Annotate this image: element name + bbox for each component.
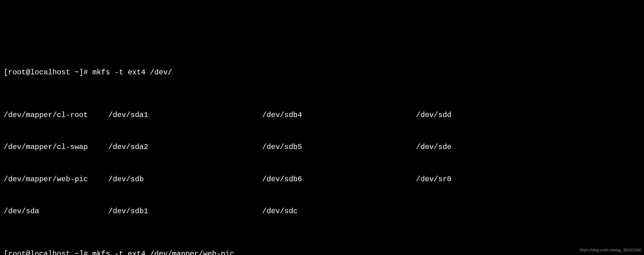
device-entry: /dev/sda1 <box>108 110 262 121</box>
device-entry: /dev/sdc <box>262 206 416 217</box>
device-row: /dev/mapper/cl-root /dev/sda1 /dev/sdb4 … <box>4 110 640 121</box>
command-line-1: [root@localhost ~]# mkfs -t ext4 /dev/ <box>4 67 640 78</box>
watermark-text: https://blog.csdn.net/qq_39241948 <box>580 247 641 253</box>
device-entry: /dev/sdb6 <box>262 174 416 185</box>
device-entry: /dev/sde <box>416 142 451 153</box>
command-text: mkfs -t ext4 /dev/ <box>92 68 172 76</box>
device-entry: /dev/sdb4 <box>262 110 416 121</box>
device-row: /dev/sda /dev/sdb1 /dev/sdc <box>4 206 640 217</box>
device-entry: /dev/sr0 <box>416 174 451 185</box>
prompt: [root@localhost ~]# <box>4 250 88 255</box>
device-entry: /dev/sdd <box>416 110 451 121</box>
device-entry: /dev/mapper/cl-swap <box>4 142 108 153</box>
device-entry: /dev/mapper/web-pic <box>4 174 108 185</box>
device-entry: /dev/sdb <box>108 174 262 185</box>
prompt: [root@localhost ~]# <box>4 68 88 76</box>
device-entry: /dev/sdb1 <box>108 206 262 217</box>
device-entry: /dev/mapper/cl-root <box>4 110 108 121</box>
command-text: mkfs -t ext4 /dev/mapper/web-pic <box>92 250 234 255</box>
device-entry: /dev/sda <box>4 206 108 217</box>
device-entry: /dev/sda2 <box>108 142 262 153</box>
device-row: /dev/mapper/cl-swap /dev/sda2 /dev/sdb5 … <box>4 142 640 153</box>
device-row: /dev/mapper/web-pic /dev/sdb /dev/sdb6 /… <box>4 174 640 185</box>
terminal-output: [root@localhost ~]# mkfs -t ext4 /dev/ /… <box>4 46 640 255</box>
command-line-2: [root@localhost ~]# mkfs -t ext4 /dev/ma… <box>4 249 640 255</box>
device-entry: /dev/sdb5 <box>262 142 416 153</box>
